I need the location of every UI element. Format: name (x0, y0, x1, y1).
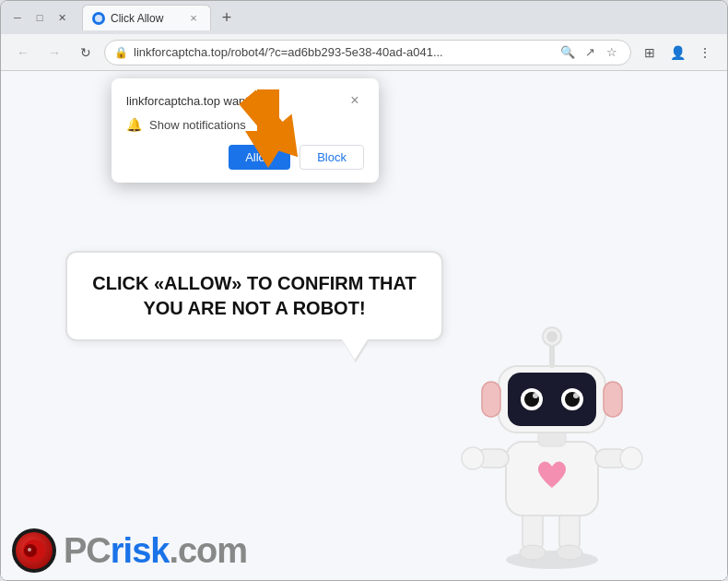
close-button[interactable]: ✕ (53, 8, 71, 27)
window-controls: ─ □ ✕ (8, 8, 71, 27)
title-bar: ─ □ ✕ Click Allow × + (1, 1, 727, 34)
page-content: linkforcaptcha.top wants to × 🔔 Show not… (1, 71, 727, 580)
sidebar-button[interactable]: ⊞ (637, 40, 663, 65)
svg-point-28 (533, 393, 538, 398)
svg-point-13 (620, 447, 642, 469)
svg-point-18 (546, 331, 558, 342)
new-tab-button[interactable]: + (215, 6, 239, 30)
address-actions: 🔍 ↗ ☆ (558, 43, 621, 62)
svg-rect-19 (482, 382, 500, 417)
search-icon[interactable]: 🔍 (558, 43, 577, 62)
nav-bar: ← → ↻ 🔒 linkforcaptcha.top/robot4/?c=ad6… (1, 34, 727, 71)
tab-favicon (92, 12, 105, 25)
svg-rect-20 (604, 382, 622, 417)
profile-button[interactable]: 👤 (664, 40, 690, 65)
lock-icon: 🔒 (114, 46, 128, 59)
tab-close-button[interactable]: × (186, 11, 201, 26)
tab-title: Click Allow (111, 12, 163, 25)
refresh-button[interactable]: ↻ (73, 40, 99, 65)
forward-button[interactable]: → (41, 40, 67, 65)
svg-point-12 (462, 447, 484, 469)
popup-close-button[interactable]: × (346, 91, 364, 110)
maximize-button[interactable]: □ (30, 8, 49, 27)
arrow-container (222, 71, 314, 176)
pcrisk-icon-inner (16, 532, 53, 569)
svg-point-32 (28, 548, 31, 551)
minimize-button[interactable]: ─ (8, 8, 27, 27)
share-icon[interactable]: ↗ (581, 43, 599, 62)
menu-button[interactable]: ⋮ (692, 40, 718, 65)
svg-point-0 (95, 15, 102, 22)
address-text: linkforcaptcha.top/robot4/?c=ad6bb293-5e… (134, 45, 553, 59)
robot-image (451, 313, 653, 571)
chrome-window: ─ □ ✕ Click Allow × + ← → ↻ 🔒 linkforcap… (0, 0, 728, 581)
pcrisk-logo: PCrisk.com (12, 528, 247, 573)
svg-point-7 (520, 545, 546, 560)
arrow-icon (222, 71, 314, 172)
speech-bubble: CLICK «ALLOW» TO CONFIRM THAT YOU ARE NO… (65, 251, 443, 341)
nav-extra: ⊞ 👤 ⋮ (637, 40, 718, 65)
address-bar[interactable]: 🔒 linkforcaptcha.top/robot4/?c=ad6bb293-… (104, 40, 631, 65)
svg-point-8 (557, 545, 582, 560)
pcrisk-text: PCrisk.com (64, 531, 247, 571)
bell-icon: 🔔 (126, 117, 142, 132)
back-button[interactable]: ← (10, 40, 36, 65)
pcrisk-icon (12, 528, 56, 573)
svg-point-29 (573, 393, 579, 398)
pcrisk-blue-text: risk (111, 531, 170, 570)
bubble-text: CLICK «ALLOW» TO CONFIRM THAT YOU ARE NO… (89, 271, 419, 321)
active-tab[interactable]: Click Allow × (82, 5, 211, 30)
bookmark-icon[interactable]: ☆ (603, 43, 621, 62)
tab-bar: Click Allow × + (82, 5, 720, 30)
